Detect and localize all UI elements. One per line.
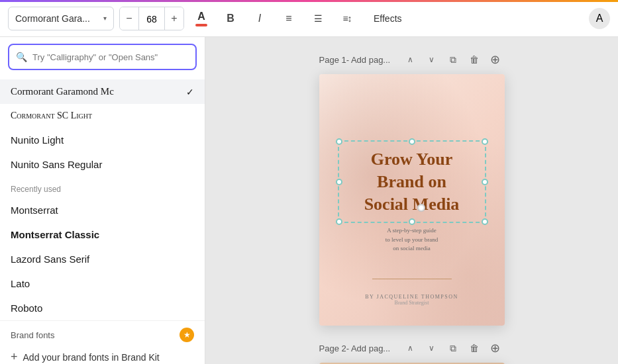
page2-delete-button[interactable]: 🗑 — [465, 339, 484, 357]
align-icon: ≡ — [285, 13, 291, 24]
list2-button[interactable]: ≡↕ — [335, 7, 359, 30]
increase-size-button[interactable]: + — [165, 7, 183, 30]
font-size-value: 68 — [138, 7, 165, 30]
handle-bl[interactable] — [336, 218, 342, 225]
handle-tm[interactable] — [409, 138, 415, 145]
font-selector-text: Cormorant Gara... — [15, 13, 99, 24]
font-item[interactable]: Cormorant SC Light — [0, 104, 205, 128]
list-button[interactable]: ☰ — [306, 7, 330, 30]
decrease-size-button[interactable]: − — [120, 7, 138, 30]
handle-mr[interactable] — [482, 179, 488, 185]
page1-down-button[interactable]: ∨ — [423, 50, 441, 69]
subtitle-area: A step-by-step guide to level up your br… — [338, 226, 486, 253]
page1-container: Page 1- Add pag... ∧ ∨ ⧉ 🗑 ⊕ — [219, 50, 605, 326]
add-brand-label: Add your brand fonts in Brand Kit — [23, 352, 160, 363]
list-icon: ☰ — [314, 13, 323, 24]
headline-text: Grow YourBrand onSocial Media — [346, 148, 478, 215]
author-name: BY JACQUELINE THOMPSON — [319, 294, 505, 300]
subtitle-text: A step-by-step guide to level up your br… — [338, 226, 486, 253]
text-selection-box[interactable]: Grow YourBrand onSocial Media — [338, 140, 486, 223]
font-item[interactable]: Roboto — [0, 296, 205, 320]
chevron-down-icon: ▾ — [103, 15, 107, 22]
font-item[interactable]: Lato — [0, 271, 205, 296]
align-button[interactable]: ≡ — [277, 7, 301, 30]
text-color-bar — [195, 24, 207, 26]
font-item[interactable]: Lazord Sans Serif — [0, 247, 205, 271]
handle-tl[interactable] — [336, 138, 342, 145]
page1-delete-button[interactable]: 🗑 — [465, 50, 484, 69]
page1-copy-button[interactable]: ⧉ — [444, 50, 462, 69]
page1-label: Page 1- Add pag... — [319, 55, 391, 65]
cursor — [417, 204, 425, 212]
brand-fonts-header: Brand fonts ★ — [11, 328, 194, 342]
text-color-button[interactable]: A — [189, 7, 213, 30]
page1-up-button[interactable]: ∧ — [401, 50, 420, 69]
font-name: Nunito Sans Regular — [11, 159, 102, 170]
font-name: Lazord Sans Serif — [11, 253, 89, 265]
recently-used-label: Recently used — [0, 177, 205, 198]
font-item[interactable]: Nunito Light — [0, 128, 205, 152]
page2-copy-button[interactable]: ⧉ — [444, 339, 462, 357]
font-name: Cormorant Garamond Mc — [11, 86, 114, 97]
size-control: − 68 + — [119, 7, 184, 30]
font-name: Lato — [11, 278, 30, 289]
page1-actions: ∧ ∨ ⧉ 🗑 ⊕ — [401, 50, 505, 69]
star-icon: ★ — [183, 330, 191, 340]
profile-avatar[interactable]: A — [589, 8, 610, 29]
font-name: Montserrat — [11, 205, 58, 216]
font-item[interactable]: Montserrat — [0, 198, 205, 222]
brand-fonts-section: Brand fonts ★ + Add your brand fonts in … — [0, 320, 205, 364]
handle-ml[interactable] — [336, 179, 342, 185]
toolbar-gradient — [0, 0, 618, 2]
italic-button[interactable]: I — [248, 7, 272, 30]
add-brand-button[interactable]: + Add your brand fonts in Brand Kit — [11, 347, 194, 364]
font-selector[interactable]: Cormorant Gara... ▾ — [8, 7, 114, 30]
font-name: Montserrat Classic — [11, 229, 99, 240]
font-name: Roboto — [11, 302, 42, 314]
font-item[interactable]: Nunito Sans Regular — [0, 152, 205, 177]
handle-br[interactable] — [482, 218, 488, 225]
page2-actions: ∧ ∨ ⧉ 🗑 ⊕ — [401, 339, 505, 357]
divider-line — [372, 279, 452, 279]
font-list: Cormorant Garamond Mc ✓ Cormorant SC Lig… — [0, 77, 205, 364]
brand-badge-icon: ★ — [180, 328, 194, 342]
font-name: Nunito Light — [11, 134, 64, 146]
page1-canvas: Grow YourBrand onSocial Media A step-by-… — [319, 74, 505, 326]
handle-tr[interactable] — [482, 138, 488, 145]
page2-add-button[interactable]: ⊕ — [486, 339, 505, 357]
brand-fonts-label: Brand fonts — [11, 330, 55, 340]
canvas-area: Page 1- Add pag... ∧ ∨ ⧉ 🗑 ⊕ — [205, 37, 618, 364]
profile-icon: A — [596, 13, 603, 24]
bold-button[interactable]: B — [219, 7, 242, 30]
page2-label: Page 2- Add pag... — [319, 343, 391, 353]
font-item[interactable]: Cormorant Garamond Mc ✓ — [0, 79, 205, 104]
page1-add-button[interactable]: ⊕ — [486, 50, 505, 69]
page1-header: Page 1- Add pag... ∧ ∨ ⧉ 🗑 ⊕ — [319, 50, 505, 69]
author-title: Brand Strategist — [319, 300, 505, 306]
list2-icon: ≡↕ — [342, 13, 351, 24]
check-icon: ✓ — [186, 87, 194, 97]
main-area: 🔍 Cormorant Garamond Mc ✓ Cormorant SC L… — [0, 37, 618, 364]
effects-button[interactable]: Effects — [364, 7, 411, 30]
font-panel: 🔍 Cormorant Garamond Mc ✓ Cormorant SC L… — [0, 37, 205, 364]
handle-bm[interactable] — [409, 218, 415, 225]
plus-icon: + — [11, 350, 18, 364]
font-name: Cormorant SC Light — [11, 111, 92, 121]
font-item[interactable]: Montserrat Classic — [0, 222, 205, 247]
page2-header: Page 2- Add pag... ∧ ∨ ⧉ 🗑 ⊕ — [319, 339, 505, 357]
author-area: BY JACQUELINE THOMPSON Brand Strategist — [319, 294, 505, 306]
page2-up-button[interactable]: ∧ — [401, 339, 420, 357]
text-color-letter: A — [197, 11, 205, 23]
search-icon: 🔍 — [16, 52, 27, 62]
toolbar: Cormorant Gara... ▾ − 68 + A B I ≡ ☰ ≡↕ … — [0, 0, 618, 37]
search-box[interactable]: 🔍 — [8, 44, 197, 70]
page2-down-button[interactable]: ∨ — [423, 339, 441, 357]
page2-container: Page 2- Add pag... ∧ ∨ ⧉ 🗑 ⊕ — [219, 339, 605, 364]
search-input[interactable] — [32, 52, 189, 62]
